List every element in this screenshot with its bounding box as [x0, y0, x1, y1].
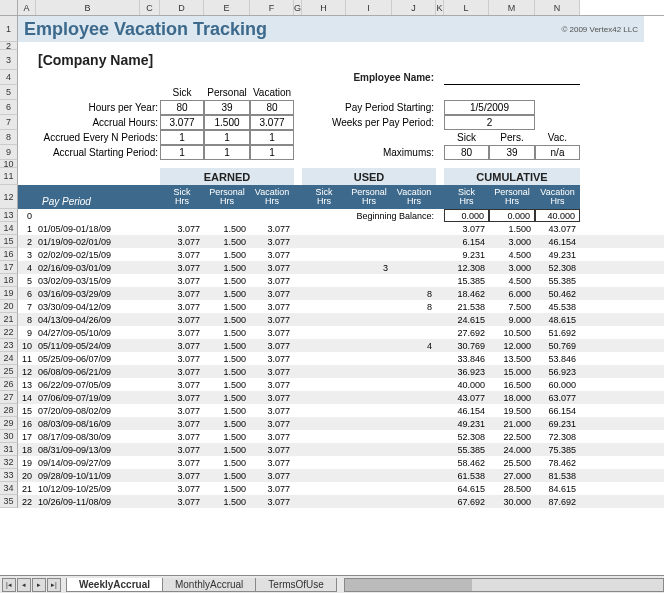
used-2[interactable]: [392, 235, 436, 248]
col-header-M[interactable]: M: [489, 0, 535, 15]
row-header-12[interactable]: 12: [0, 185, 18, 209]
used-1[interactable]: [346, 365, 392, 378]
max-sick[interactable]: 80: [444, 145, 489, 160]
row-header-21[interactable]: 21: [0, 313, 18, 326]
used-0[interactable]: [302, 482, 346, 495]
weeks-value[interactable]: 2: [444, 115, 535, 130]
row-header-26[interactable]: 26: [0, 378, 18, 391]
col-header-K[interactable]: K: [436, 0, 444, 15]
scrollbar-thumb[interactable]: [345, 579, 472, 591]
used-0[interactable]: [302, 222, 346, 235]
used-1[interactable]: [346, 430, 392, 443]
accrual-val-1-0[interactable]: 3.077: [160, 115, 204, 130]
max-vac[interactable]: n/a: [535, 145, 580, 160]
accrual-val-0-1[interactable]: 39: [204, 100, 250, 115]
sheet-tab-termsofuse[interactable]: TermsOfUse: [255, 578, 337, 592]
row-header-33[interactable]: 33: [0, 469, 18, 482]
row-header-10[interactable]: 10: [0, 160, 18, 168]
begin-bal-2[interactable]: 40.000: [535, 209, 580, 222]
used-1[interactable]: [346, 352, 392, 365]
used-1[interactable]: [346, 391, 392, 404]
row-header-17[interactable]: 17: [0, 261, 18, 274]
begin-bal-1[interactable]: 0.000: [489, 209, 535, 222]
used-0[interactable]: [302, 326, 346, 339]
row-header-4[interactable]: 4: [0, 70, 18, 85]
used-2[interactable]: [392, 391, 436, 404]
row-header-34[interactable]: 34: [0, 482, 18, 495]
col-header-N[interactable]: N: [535, 0, 580, 15]
used-2[interactable]: [392, 482, 436, 495]
used-2[interactable]: [392, 469, 436, 482]
row-header-2[interactable]: 2: [0, 42, 18, 50]
pay-start-value[interactable]: 1/5/2009: [444, 100, 535, 115]
used-1[interactable]: [346, 417, 392, 430]
horizontal-scrollbar[interactable]: [344, 578, 664, 592]
row-header-18[interactable]: 18: [0, 274, 18, 287]
used-1[interactable]: [346, 339, 392, 352]
col-header-I[interactable]: I: [346, 0, 392, 15]
used-0[interactable]: [302, 430, 346, 443]
row-header-3[interactable]: 3: [0, 50, 18, 70]
accrual-val-2-1[interactable]: 1: [204, 130, 250, 145]
used-0[interactable]: [302, 352, 346, 365]
row-header-32[interactable]: 32: [0, 456, 18, 469]
used-1[interactable]: [346, 248, 392, 261]
used-1[interactable]: [346, 456, 392, 469]
row-header-5[interactable]: 5: [0, 85, 18, 100]
used-2[interactable]: [392, 248, 436, 261]
accrual-val-3-0[interactable]: 1: [160, 145, 204, 160]
row-header-20[interactable]: 20: [0, 300, 18, 313]
used-2[interactable]: [392, 326, 436, 339]
used-2[interactable]: [392, 222, 436, 235]
tab-prev-icon[interactable]: ◂: [17, 578, 31, 592]
col-header-L[interactable]: L: [444, 0, 489, 15]
used-0[interactable]: [302, 495, 346, 508]
used-2[interactable]: [392, 456, 436, 469]
max-pers[interactable]: 39: [489, 145, 535, 160]
used-1[interactable]: [346, 300, 392, 313]
used-1[interactable]: [346, 469, 392, 482]
row-header-13[interactable]: 13: [0, 209, 18, 222]
row-header-24[interactable]: 24: [0, 352, 18, 365]
used-1[interactable]: [346, 495, 392, 508]
used-1[interactable]: [346, 287, 392, 300]
used-0[interactable]: [302, 469, 346, 482]
used-0[interactable]: [302, 300, 346, 313]
used-2[interactable]: [392, 443, 436, 456]
used-0[interactable]: [302, 365, 346, 378]
select-all-corner[interactable]: [0, 0, 18, 15]
row-header-1[interactable]: 1: [0, 16, 18, 42]
used-1[interactable]: [346, 222, 392, 235]
row-header-28[interactable]: 28: [0, 404, 18, 417]
used-1[interactable]: [346, 378, 392, 391]
used-1[interactable]: [346, 482, 392, 495]
row-header-7[interactable]: 7: [0, 115, 18, 130]
col-header-E[interactable]: E: [204, 0, 250, 15]
begin-bal-0[interactable]: 0.000: [444, 209, 489, 222]
col-header-C[interactable]: C: [140, 0, 160, 15]
accrual-val-2-0[interactable]: 1: [160, 130, 204, 145]
used-1[interactable]: [346, 235, 392, 248]
row-header-15[interactable]: 15: [0, 235, 18, 248]
row-header-27[interactable]: 27: [0, 391, 18, 404]
used-2[interactable]: [392, 365, 436, 378]
used-0[interactable]: [302, 235, 346, 248]
used-2[interactable]: [392, 261, 436, 274]
used-0[interactable]: [302, 287, 346, 300]
used-1[interactable]: [346, 404, 392, 417]
accrual-val-0-0[interactable]: 80: [160, 100, 204, 115]
row-header-23[interactable]: 23: [0, 339, 18, 352]
used-0[interactable]: [302, 456, 346, 469]
used-0[interactable]: [302, 443, 346, 456]
row-header-35[interactable]: 35: [0, 495, 18, 508]
tab-last-icon[interactable]: ▸|: [47, 578, 61, 592]
used-2[interactable]: [392, 495, 436, 508]
used-0[interactable]: [302, 339, 346, 352]
used-0[interactable]: [302, 248, 346, 261]
row-header-6[interactable]: 6: [0, 100, 18, 115]
accrual-val-3-1[interactable]: 1: [204, 145, 250, 160]
used-2[interactable]: [392, 378, 436, 391]
row-header-14[interactable]: 14: [0, 222, 18, 235]
row-header-16[interactable]: 16: [0, 248, 18, 261]
used-0[interactable]: [302, 391, 346, 404]
